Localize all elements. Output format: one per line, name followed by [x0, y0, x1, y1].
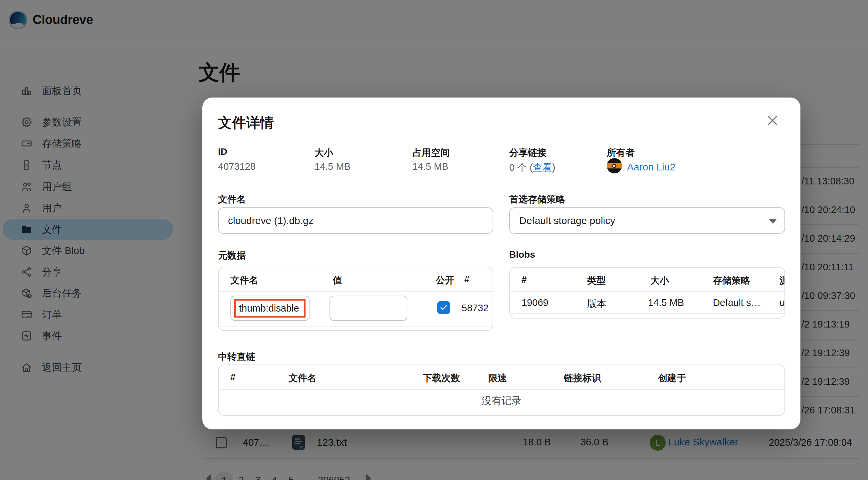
- column-header: 下载次数: [423, 372, 460, 385]
- blobs-section-label: Blobs: [509, 249, 535, 260]
- column-header: 限速: [488, 372, 507, 385]
- storage-policy-label: 首选存储策略: [509, 193, 565, 206]
- blobs-table: # 类型 大小 存储策略 源 19069 版本 14.5 MB Default …: [509, 267, 785, 319]
- column-header: 链接标识: [564, 372, 601, 385]
- metadata-table: 文件名 值 公开 # thumb:disable 58732: [218, 267, 493, 331]
- column-header: 值: [333, 274, 342, 287]
- column-header: 源: [779, 274, 785, 287]
- column-header: #: [522, 274, 527, 285]
- screen: Cloudreve 面板首页 参数设置 存储策略 节点 用户组 用户: [0, 0, 868, 480]
- storage-policy-select[interactable]: Default storage policy: [509, 207, 785, 234]
- info-owner-label: 所有者: [607, 147, 635, 159]
- direct-links-table: # 文件名 下载次数 限速 链接标识 创建于 没有记录: [218, 364, 785, 416]
- info-id-label: ID: [218, 147, 227, 157]
- column-header: #: [464, 274, 470, 284]
- filename-input[interactable]: cloudreve (1).db.gz: [218, 207, 493, 234]
- metadata-key-highlight: thumb:disable: [234, 299, 306, 318]
- column-header: 大小: [650, 274, 669, 287]
- column-header: 类型: [587, 274, 606, 287]
- file-details-dialog: 文件详情 ID 4073128 大小 14.5 MB 占用空间 14.5 MB …: [203, 97, 800, 429]
- info-size-label: 大小: [314, 147, 333, 159]
- column-header: 文件名: [230, 274, 258, 287]
- dialog-title: 文件详情: [218, 114, 274, 132]
- chevron-down-icon: [769, 219, 776, 224]
- owner-link[interactable]: Aaron Liu2: [627, 161, 675, 173]
- column-header: #: [230, 372, 236, 383]
- metadata-id: 58732: [462, 303, 489, 313]
- blob-policy-link[interactable]: Default s…: [713, 297, 761, 308]
- info-size-value: 14.5 MB: [314, 161, 350, 172]
- table-divider: [219, 291, 493, 292]
- owner-avatar: [607, 158, 622, 173]
- blob-size: 14.5 MB: [648, 297, 684, 308]
- metadata-value-input[interactable]: [330, 296, 407, 321]
- column-header: 文件名: [288, 372, 316, 385]
- table-divider: [219, 389, 784, 390]
- view-shares-link[interactable]: 查看: [533, 162, 552, 173]
- close-icon[interactable]: [764, 112, 781, 129]
- info-share-value: 0 个 (查看): [509, 161, 556, 174]
- info-space-value: 14.5 MB: [412, 161, 448, 172]
- empty-table-message: 没有记录: [219, 394, 784, 408]
- table-divider: [510, 313, 784, 314]
- info-id-value: 4073128: [218, 161, 256, 172]
- filename-label: 文件名: [218, 193, 246, 206]
- table-divider: [219, 326, 493, 327]
- column-header: 创建于: [658, 372, 686, 385]
- table-divider: [510, 291, 784, 292]
- info-share-label: 分享链接: [509, 147, 547, 159]
- blob-source: u: [779, 297, 785, 308]
- table-divider: [219, 411, 784, 412]
- metadata-key-input[interactable]: thumb:disable: [230, 296, 310, 321]
- column-header: 公开: [436, 274, 454, 287]
- info-space-label: 占用空间: [412, 147, 450, 159]
- metadata-section-label: 元数据: [218, 249, 246, 262]
- direct-links-section-label: 中转直链: [218, 351, 255, 363]
- public-checkbox[interactable]: [437, 301, 450, 314]
- blob-type: 版本: [587, 297, 607, 310]
- column-header: 存储策略: [713, 274, 750, 287]
- blob-id: 19069: [522, 297, 549, 308]
